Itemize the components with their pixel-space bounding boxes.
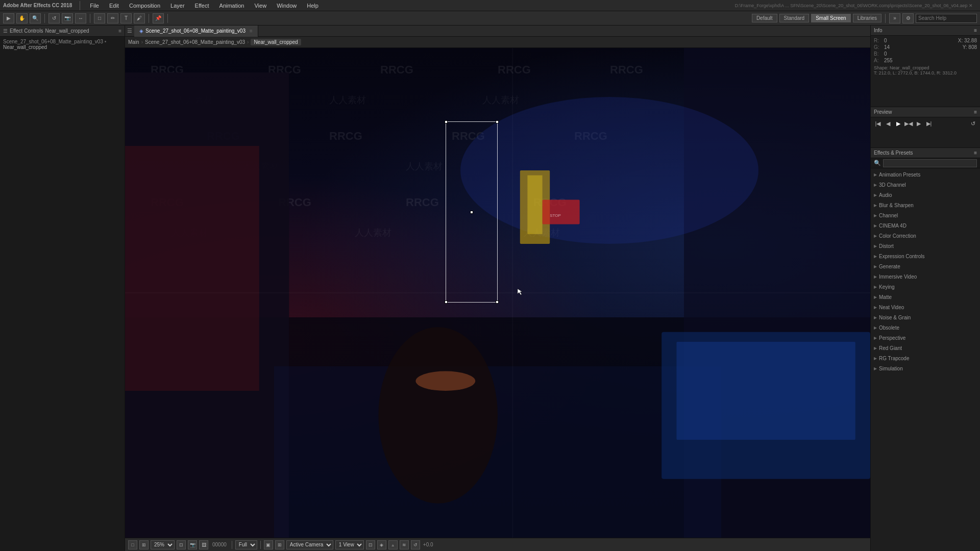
effects-item-arrow: ▶ <box>874 366 877 371</box>
search-icon: 🔍 <box>874 160 881 166</box>
menu-file[interactable]: File <box>88 2 101 10</box>
toolbar-rotate[interactable]: ↺ <box>48 13 60 23</box>
x-value: X: 32.88 <box>958 38 977 43</box>
workspace-libraries[interactable]: Libraries <box>853 14 881 22</box>
composition-viewer[interactable]: RRCG RRCG RRCG RRCG RRCG RRCG RRCG RRCG … <box>125 48 870 538</box>
effects-item[interactable]: ▶Audio <box>871 190 980 200</box>
toolbar-pen[interactable]: ✏ <box>107 13 118 23</box>
main-toolbar: ▶ ✋ 🔍 ↺ 📷 ↔ □ ✏ T 🖌 📌 Default Standard S… <box>0 11 980 26</box>
scene-background <box>125 48 870 538</box>
effects-item[interactable]: ▶Red Giant <box>871 343 980 353</box>
effects-item[interactable]: ▶Perspective <box>871 333 980 343</box>
toolbar-camera[interactable]: 📷 <box>62 13 73 23</box>
preview-play-stop[interactable]: ▶ <box>894 119 902 128</box>
effects-item[interactable]: ▶Immersive Video <box>871 271 980 282</box>
effects-search-input[interactable] <box>883 159 977 167</box>
breadcrumb-main[interactable]: Main <box>128 39 139 45</box>
effects-list: ▶Animation Presets▶3D Channel▶Audio▶Blur… <box>871 168 980 551</box>
vt-3d-icon[interactable]: ⟁ <box>388 540 398 549</box>
menu-help[interactable]: Help <box>305 2 321 10</box>
info-title: Info <box>874 28 883 33</box>
preview-menu-icon[interactable]: ≡ <box>974 109 977 115</box>
effects-menu-icon[interactable]: ≡ <box>974 150 977 156</box>
vt-render-icon[interactable]: ⊡ <box>366 540 375 549</box>
preview-play-reverse[interactable]: ▶◀ <box>904 119 913 128</box>
toolbar-rect[interactable]: □ <box>94 13 105 23</box>
preview-next-frame[interactable]: ▶ <box>915 119 923 128</box>
workspace-default[interactable]: Default <box>752 14 777 22</box>
vt-snapshot-icon[interactable]: 📷 <box>188 540 197 549</box>
zoom-select[interactable]: 25% <box>151 540 175 549</box>
menu-window[interactable]: Window <box>275 2 299 10</box>
toolbar-zoom[interactable]: 🔍 <box>30 13 41 23</box>
panel-menu-icon[interactable]: ≡ <box>118 28 121 34</box>
effects-item[interactable]: ▶Channel <box>871 210 980 220</box>
vt-magnify-icon[interactable]: □ <box>128 540 137 549</box>
preview-title: Preview <box>874 109 892 115</box>
preview-last-frame[interactable]: ▶| <box>925 119 933 128</box>
search-input[interactable] <box>916 14 977 23</box>
comp-panel-menu[interactable]: ☰ <box>127 28 132 34</box>
comp-tab-name: Scene_27_shot_06+08_Matte_painting_v03 <box>145 28 246 34</box>
effects-item[interactable]: ▶Color Correction <box>871 231 980 241</box>
effects-item[interactable]: ▶Noise & Grain <box>871 312 980 322</box>
vt-grid-icon[interactable]: ⊞ <box>139 540 149 549</box>
effects-item[interactable]: ▶Blur & Sharpen <box>871 200 980 210</box>
toolbar-select[interactable]: ▶ <box>3 13 14 23</box>
toolbar-text[interactable]: T <box>120 13 132 23</box>
menu-composition[interactable]: Composition <box>127 2 162 10</box>
effects-item-arrow: ▶ <box>874 244 877 248</box>
effects-item[interactable]: ▶Simulation <box>871 363 980 373</box>
vt-draft-icon[interactable]: ◈ <box>377 540 386 549</box>
menu-animation[interactable]: Animation <box>217 2 247 10</box>
effects-item[interactable]: ▶Neat Video <box>871 302 980 312</box>
effects-item[interactable]: ▶Matte <box>871 292 980 302</box>
effects-item[interactable]: ▶Obsolete <box>871 322 980 333</box>
vt-region-icon[interactable]: ▣ <box>264 540 273 549</box>
preview-loop-icon[interactable]: ↺ <box>969 119 977 128</box>
tab-composition[interactable]: ◈ Scene_27_shot_06+08_Matte_painting_v03… <box>134 26 258 37</box>
r-label: R: <box>874 38 880 43</box>
toolbar-brush[interactable]: 🖌 <box>134 13 145 23</box>
viewer-toolbar: □ ⊞ 25% ⊡ 📷 🖼 00000 Full ▣ ⊞ Active Came… <box>125 538 870 551</box>
comp-tab-menu[interactable]: ≡ <box>250 28 253 34</box>
b-value: 0 <box>884 51 887 57</box>
effects-item[interactable]: ▶RG Trapcode <box>871 353 980 363</box>
effects-item[interactable]: ▶Generate <box>871 261 980 271</box>
menu-layer[interactable]: Layer <box>168 2 187 10</box>
quality-select[interactable]: Full <box>235 540 257 549</box>
effects-item[interactable]: ▶CINEMA 4D <box>871 220 980 231</box>
views-select[interactable]: 1 View <box>335 540 364 549</box>
toolbar-pan[interactable]: ↔ <box>75 13 86 23</box>
file-path: D:\Frame_Forge\xphd\A ... SFN\Scene_20\S… <box>731 3 977 8</box>
effects-item-arrow: ▶ <box>874 264 877 269</box>
preview-prev-frame[interactable]: ◀ <box>884 119 892 128</box>
breadcrumb-comp[interactable]: Scene_27_shot_06+08_Matte_painting_v03 <box>145 39 245 45</box>
menu-effect[interactable]: Effect <box>193 2 211 10</box>
effects-item[interactable]: ▶Animation Presets <box>871 169 980 180</box>
a-label: A: <box>874 58 880 63</box>
breadcrumb-layer[interactable]: Near_wall_cropped <box>251 39 301 45</box>
toolbar-overflow[interactable]: » <box>889 13 900 23</box>
vt-snapshot-show-icon[interactable]: 🖼 <box>199 540 208 549</box>
toolbar-hand[interactable]: ✋ <box>16 13 28 23</box>
effects-item[interactable]: ▶Distort <box>871 241 980 251</box>
preview-first-frame[interactable]: |◀ <box>874 119 882 128</box>
menu-edit[interactable]: Edit <box>107 2 121 10</box>
toolbar-pin[interactable]: 📌 <box>153 13 164 23</box>
y-value: Y: 808 <box>963 44 977 50</box>
info-menu-icon[interactable]: ≡ <box>974 28 977 33</box>
vt-transparency-icon[interactable]: ⊞ <box>275 540 284 549</box>
effects-item[interactable]: ▶Expression Controls <box>871 251 980 261</box>
vt-fit-icon[interactable]: ⊡ <box>177 540 186 549</box>
workspace-small-screen[interactable]: Small Screen <box>811 14 850 22</box>
workspace-standard[interactable]: Standard <box>779 14 810 22</box>
menu-view[interactable]: View <box>252 2 268 10</box>
effects-item[interactable]: ▶Keying <box>871 282 980 292</box>
toolbar-settings[interactable]: ⚙ <box>902 13 914 23</box>
effects-item[interactable]: ▶3D Channel <box>871 180 980 190</box>
vt-reset-icon[interactable]: ↺ <box>411 540 420 549</box>
camera-select[interactable]: Active Camera <box>286 540 333 549</box>
vt-motion-blur-icon[interactable]: ≋ <box>400 540 409 549</box>
effects-item-arrow: ▶ <box>874 274 877 279</box>
